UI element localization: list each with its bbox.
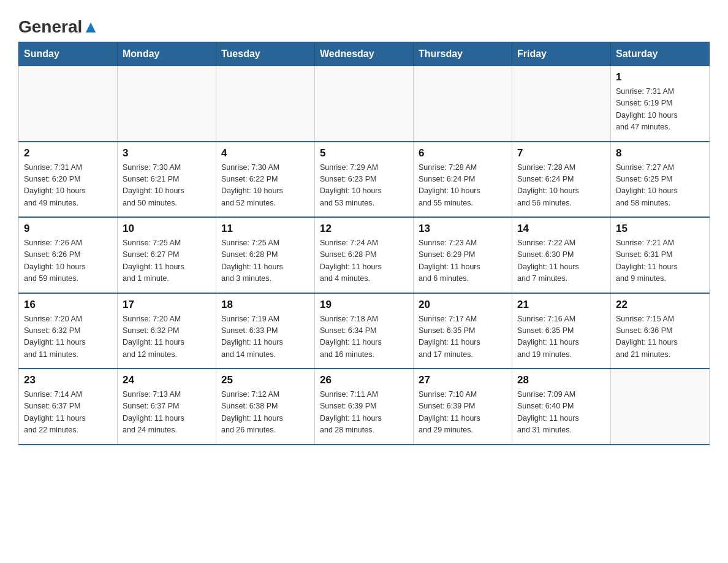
day-info: Sunrise: 7:20 AM Sunset: 6:32 PM Dayligh… [123,313,211,361]
day-info: Sunrise: 7:18 AM Sunset: 6:34 PM Dayligh… [320,313,408,361]
day-info: Sunrise: 7:25 AM Sunset: 6:28 PM Dayligh… [221,237,309,285]
logo-triangle-icon: ▲ [82,17,99,36]
day-number: 12 [320,223,408,235]
day-number: 5 [320,147,408,159]
calendar-cell: 28Sunrise: 7:09 AM Sunset: 6:40 PM Dayli… [512,369,611,445]
weekday-header-thursday: Thursday [414,42,512,66]
day-info: Sunrise: 7:19 AM Sunset: 6:33 PM Dayligh… [221,313,309,361]
calendar-cell [414,66,512,142]
calendar-table: SundayMondayTuesdayWednesdayThursdayFrid… [18,42,710,445]
weekday-header-row: SundayMondayTuesdayWednesdayThursdayFrid… [19,42,710,66]
calendar-cell: 15Sunrise: 7:21 AM Sunset: 6:31 PM Dayli… [611,217,710,293]
day-info: Sunrise: 7:24 AM Sunset: 6:28 PM Dayligh… [320,237,408,285]
day-number: 14 [517,223,605,235]
day-number: 16 [24,299,112,311]
day-number: 24 [123,374,211,386]
day-number: 26 [320,374,408,386]
day-info: Sunrise: 7:30 AM Sunset: 6:21 PM Dayligh… [123,162,211,210]
calendar-cell: 19Sunrise: 7:18 AM Sunset: 6:34 PM Dayli… [315,293,414,369]
day-number: 25 [221,374,309,386]
calendar-cell [216,66,315,142]
day-info: Sunrise: 7:31 AM Sunset: 6:20 PM Dayligh… [24,162,112,210]
day-number: 3 [123,147,211,159]
day-number: 6 [419,147,507,159]
day-info: Sunrise: 7:14 AM Sunset: 6:37 PM Dayligh… [24,389,112,437]
day-info: Sunrise: 7:21 AM Sunset: 6:31 PM Dayligh… [616,237,704,285]
day-number: 18 [221,299,309,311]
day-info: Sunrise: 7:27 AM Sunset: 6:25 PM Dayligh… [616,162,704,210]
calendar-cell: 18Sunrise: 7:19 AM Sunset: 6:33 PM Dayli… [216,293,315,369]
day-number: 21 [517,299,605,311]
weekday-header-sunday: Sunday [19,42,118,66]
day-number: 4 [221,147,309,159]
day-number: 9 [24,223,112,235]
calendar-cell: 12Sunrise: 7:24 AM Sunset: 6:28 PM Dayli… [315,217,414,293]
day-number: 22 [616,299,704,311]
day-number: 8 [616,147,704,159]
calendar-cell: 24Sunrise: 7:13 AM Sunset: 6:37 PM Dayli… [118,369,216,445]
calendar-cell: 20Sunrise: 7:17 AM Sunset: 6:35 PM Dayli… [414,293,512,369]
weekday-header-monday: Monday [118,42,216,66]
weekday-header-saturday: Saturday [611,42,710,66]
day-number: 13 [419,223,507,235]
calendar-cell: 23Sunrise: 7:14 AM Sunset: 6:37 PM Dayli… [19,369,118,445]
calendar-cell: 14Sunrise: 7:22 AM Sunset: 6:30 PM Dayli… [512,217,611,293]
logo: General▲ [18,18,99,36]
day-info: Sunrise: 7:11 AM Sunset: 6:39 PM Dayligh… [320,389,408,437]
day-info: Sunrise: 7:09 AM Sunset: 6:40 PM Dayligh… [517,389,605,437]
day-info: Sunrise: 7:10 AM Sunset: 6:39 PM Dayligh… [419,389,507,437]
logo-general-text: General▲ [18,18,99,36]
calendar-cell: 22Sunrise: 7:15 AM Sunset: 6:36 PM Dayli… [611,293,710,369]
day-number: 28 [517,374,605,386]
calendar-cell: 21Sunrise: 7:16 AM Sunset: 6:35 PM Dayli… [512,293,611,369]
calendar-cell: 17Sunrise: 7:20 AM Sunset: 6:32 PM Dayli… [118,293,216,369]
calendar-cell: 5Sunrise: 7:29 AM Sunset: 6:23 PM Daylig… [315,142,414,218]
day-info: Sunrise: 7:30 AM Sunset: 6:22 PM Dayligh… [221,162,309,210]
day-info: Sunrise: 7:15 AM Sunset: 6:36 PM Dayligh… [616,313,704,361]
day-info: Sunrise: 7:29 AM Sunset: 6:23 PM Dayligh… [320,162,408,210]
calendar-cell: 9Sunrise: 7:26 AM Sunset: 6:26 PM Daylig… [19,217,118,293]
page-header: General▲ [18,12,710,36]
calendar-cell [118,66,216,142]
day-number: 2 [24,147,112,159]
day-info: Sunrise: 7:16 AM Sunset: 6:35 PM Dayligh… [517,313,605,361]
calendar-cell: 2Sunrise: 7:31 AM Sunset: 6:20 PM Daylig… [19,142,118,218]
calendar-cell: 4Sunrise: 7:30 AM Sunset: 6:22 PM Daylig… [216,142,315,218]
day-info: Sunrise: 7:12 AM Sunset: 6:38 PM Dayligh… [221,389,309,437]
weekday-header-tuesday: Tuesday [216,42,315,66]
calendar-cell: 8Sunrise: 7:27 AM Sunset: 6:25 PM Daylig… [611,142,710,218]
day-info: Sunrise: 7:26 AM Sunset: 6:26 PM Dayligh… [24,237,112,285]
calendar-week-1: 1Sunrise: 7:31 AM Sunset: 6:19 PM Daylig… [19,66,710,142]
calendar-cell: 6Sunrise: 7:28 AM Sunset: 6:24 PM Daylig… [414,142,512,218]
weekday-header-wednesday: Wednesday [315,42,414,66]
calendar-cell [315,66,414,142]
day-number: 20 [419,299,507,311]
calendar-cell [611,369,710,445]
calendar-cell: 1Sunrise: 7:31 AM Sunset: 6:19 PM Daylig… [611,66,710,142]
day-number: 17 [123,299,211,311]
calendar-cell: 3Sunrise: 7:30 AM Sunset: 6:21 PM Daylig… [118,142,216,218]
day-number: 7 [517,147,605,159]
day-number: 1 [616,71,704,83]
day-info: Sunrise: 7:28 AM Sunset: 6:24 PM Dayligh… [517,162,605,210]
day-number: 23 [24,374,112,386]
calendar-week-4: 16Sunrise: 7:20 AM Sunset: 6:32 PM Dayli… [19,293,710,369]
calendar-cell [19,66,118,142]
calendar-cell: 11Sunrise: 7:25 AM Sunset: 6:28 PM Dayli… [216,217,315,293]
calendar-week-2: 2Sunrise: 7:31 AM Sunset: 6:20 PM Daylig… [19,142,710,218]
day-info: Sunrise: 7:13 AM Sunset: 6:37 PM Dayligh… [123,389,211,437]
day-info: Sunrise: 7:23 AM Sunset: 6:29 PM Dayligh… [419,237,507,285]
calendar-cell: 27Sunrise: 7:10 AM Sunset: 6:39 PM Dayli… [414,369,512,445]
calendar-cell [512,66,611,142]
day-info: Sunrise: 7:20 AM Sunset: 6:32 PM Dayligh… [24,313,112,361]
day-info: Sunrise: 7:22 AM Sunset: 6:30 PM Dayligh… [517,237,605,285]
day-info: Sunrise: 7:17 AM Sunset: 6:35 PM Dayligh… [419,313,507,361]
calendar-cell: 10Sunrise: 7:25 AM Sunset: 6:27 PM Dayli… [118,217,216,293]
calendar-cell: 25Sunrise: 7:12 AM Sunset: 6:38 PM Dayli… [216,369,315,445]
day-number: 19 [320,299,408,311]
calendar-cell: 13Sunrise: 7:23 AM Sunset: 6:29 PM Dayli… [414,217,512,293]
calendar-cell: 16Sunrise: 7:20 AM Sunset: 6:32 PM Dayli… [19,293,118,369]
weekday-header-friday: Friday [512,42,611,66]
day-number: 15 [616,223,704,235]
day-number: 27 [419,374,507,386]
